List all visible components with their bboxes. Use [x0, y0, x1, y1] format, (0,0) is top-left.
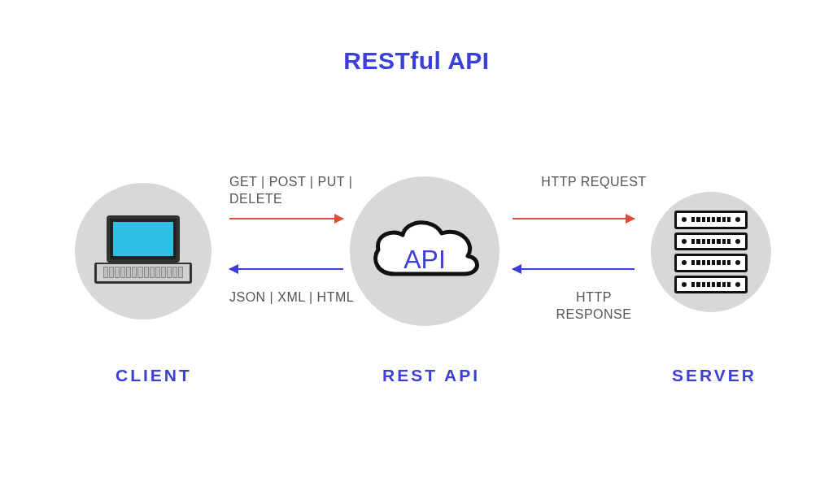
- arrow-api-to-client: [229, 268, 343, 270]
- laptop-icon: [94, 215, 192, 287]
- arrow-server-to-api-label: HTTP RESPONSE: [537, 289, 651, 324]
- server-node: [651, 192, 771, 312]
- arrow-api-to-server-label: HTTP REQUEST: [537, 174, 651, 191]
- server-label: SERVER: [672, 366, 757, 385]
- arrow-client-to-api: [229, 218, 343, 219]
- client-node: [75, 183, 212, 319]
- diagram-title: RESTful API: [0, 47, 833, 75]
- rest-api-label: REST API: [382, 366, 480, 385]
- diagram-canvas: RESTful API CLIENT API: [0, 0, 833, 504]
- arrow-api-to-server: [512, 218, 635, 219]
- client-label: CLIENT: [116, 366, 192, 385]
- cloud-icon: API: [364, 211, 486, 292]
- cloud-text: API: [364, 245, 486, 275]
- arrow-server-to-api: [512, 268, 635, 270]
- rest-api-node: API: [350, 176, 499, 326]
- server-rack-icon: [674, 211, 748, 293]
- arrow-client-to-api-label: GET | POST | PUT | DELETE: [229, 174, 360, 208]
- arrow-api-to-client-label: JSON | XML | HTML: [229, 289, 360, 306]
